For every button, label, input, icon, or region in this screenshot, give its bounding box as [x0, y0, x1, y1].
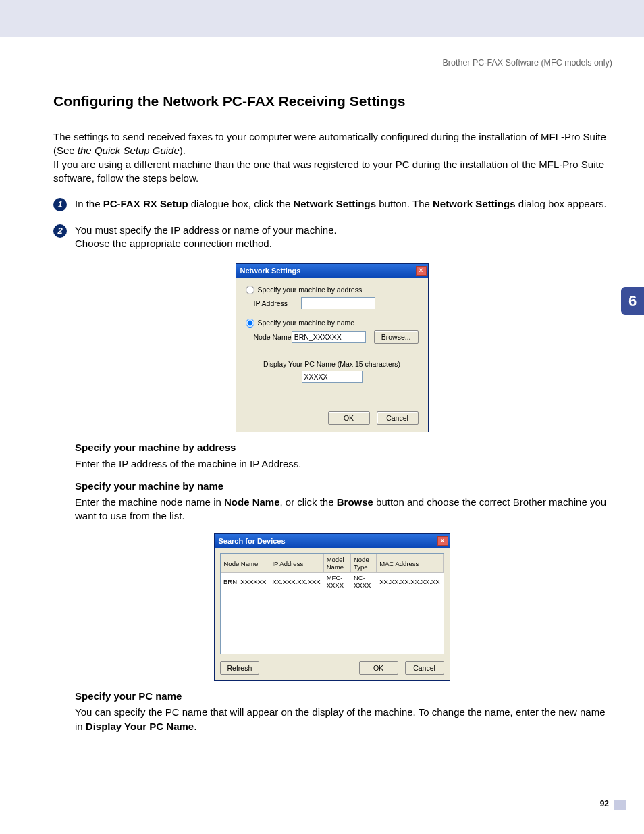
ip-address-label: IP Address	[254, 299, 301, 307]
cancel-button[interactable]: Cancel	[377, 411, 419, 425]
text: dialog box appears.	[516, 198, 607, 209]
chapter-tab: 6	[621, 287, 644, 315]
text: the Quick Setup Guide	[78, 145, 180, 156]
page-marker	[614, 800, 626, 810]
specify-by-address-heading: Specify your machine by address	[75, 442, 610, 453]
node-name-input[interactable]	[292, 331, 366, 343]
col-node-type[interactable]: Node Type	[350, 554, 376, 573]
radio-input[interactable]	[246, 286, 254, 294]
text: Enter the machine node name in	[75, 496, 224, 508]
dialog-title: Search for Devices	[219, 537, 286, 545]
text: Network Settings	[433, 198, 516, 209]
step-number-badge: 1	[53, 198, 67, 211]
text: PC-FAX RX Setup	[103, 198, 188, 209]
radio-label: Specify your machine by name	[258, 319, 355, 327]
top-band	[0, 0, 644, 37]
running-header: Brother PC-FAX Software (MFC models only…	[443, 58, 612, 68]
devices-table: Node Name IP Address Model Name Node Typ…	[221, 554, 444, 590]
text: dialogue box, click the	[188, 198, 294, 209]
cell: NC-XXXX	[350, 573, 376, 591]
col-node-name[interactable]: Node Name	[221, 554, 269, 573]
col-mac-address[interactable]: MAC Address	[377, 554, 443, 573]
radio-specify-by-name[interactable]: Specify your machine by name	[246, 319, 419, 328]
specify-pc-name-body: You can specify the PC name that will ap…	[75, 706, 610, 733]
search-devices-dialog: Search for Devices × Node Name IP Addres…	[214, 533, 450, 681]
text: Node Name	[224, 496, 280, 508]
display-pc-name-input[interactable]	[302, 371, 363, 383]
specify-by-name-heading: Specify your machine by name	[75, 480, 610, 492]
page-number: 92	[600, 799, 609, 808]
step-1-text: In the PC-FAX RX Setup dialogue box, cli…	[75, 197, 610, 211]
step-2: 2 You must specify the IP address or nam…	[53, 224, 610, 251]
text: ).	[180, 145, 186, 156]
browse-button[interactable]: Browse...	[374, 330, 419, 344]
ok-button[interactable]: OK	[359, 661, 398, 675]
close-icon[interactable]: ×	[416, 266, 427, 276]
node-name-label: Node Name	[254, 333, 292, 341]
col-ip-address[interactable]: IP Address	[269, 554, 323, 573]
text: .	[194, 721, 196, 732]
dialog-titlebar: Search for Devices ×	[215, 534, 450, 548]
ok-button[interactable]: OK	[328, 411, 370, 425]
step-2-text: You must specify the IP address or name …	[75, 224, 610, 251]
text: , or click the	[280, 496, 337, 508]
specify-by-address-body: Enter the IP address of the machine in I…	[75, 457, 610, 471]
cell: MFC-XXXX	[323, 573, 350, 591]
text: button. The	[376, 198, 433, 209]
cell: BRN_XXXXXX	[221, 573, 269, 591]
display-pc-name-label: Display Your PC Name (Max 15 characters)	[246, 360, 419, 368]
radio-specify-by-address[interactable]: Specify your machine by address	[246, 286, 419, 294]
radio-input[interactable]	[246, 319, 254, 328]
section-title: Configuring the Network PC-FAX Receiving…	[53, 93, 610, 115]
step-1: 1 In the PC-FAX RX Setup dialogue box, c…	[53, 197, 610, 211]
cell: XX.XXX.XX.XXX	[269, 573, 323, 591]
dialog-title: Network Settings	[240, 267, 301, 275]
cancel-button[interactable]: Cancel	[405, 661, 444, 675]
col-model-name[interactable]: Model Name	[323, 554, 350, 573]
ip-address-input[interactable]	[301, 297, 375, 309]
dialog-titlebar: Network Settings ×	[236, 264, 428, 278]
text: Browse	[337, 496, 373, 508]
text: Display Your PC Name	[86, 721, 194, 732]
text: You must specify the IP address or name …	[75, 224, 337, 236]
devices-table-wrap: Node Name IP Address Model Name Node Typ…	[220, 553, 444, 654]
intro-paragraph-2: If you are using a different machine tha…	[53, 158, 610, 186]
cell: XX:XX:XX:XX:XX:XX	[377, 573, 443, 591]
close-icon[interactable]: ×	[437, 536, 448, 546]
text: Choose the appropriate connection method…	[75, 238, 272, 249]
specify-pc-name-heading: Specify your PC name	[75, 690, 610, 702]
text: In the	[75, 198, 103, 209]
table-row[interactable]: BRN_XXXXXX XX.XXX.XX.XXX MFC-XXXX NC-XXX…	[221, 573, 443, 591]
text: Network Settings	[294, 198, 377, 209]
specify-by-name-body: Enter the machine node name in Node Name…	[75, 496, 610, 523]
step-number-badge: 2	[53, 224, 67, 238]
intro-paragraph-1: The settings to send received faxes to y…	[53, 130, 610, 158]
radio-label: Specify your machine by address	[258, 286, 363, 294]
refresh-button[interactable]: Refresh	[220, 661, 260, 675]
network-settings-dialog: Network Settings × Specify your machine …	[236, 263, 429, 432]
